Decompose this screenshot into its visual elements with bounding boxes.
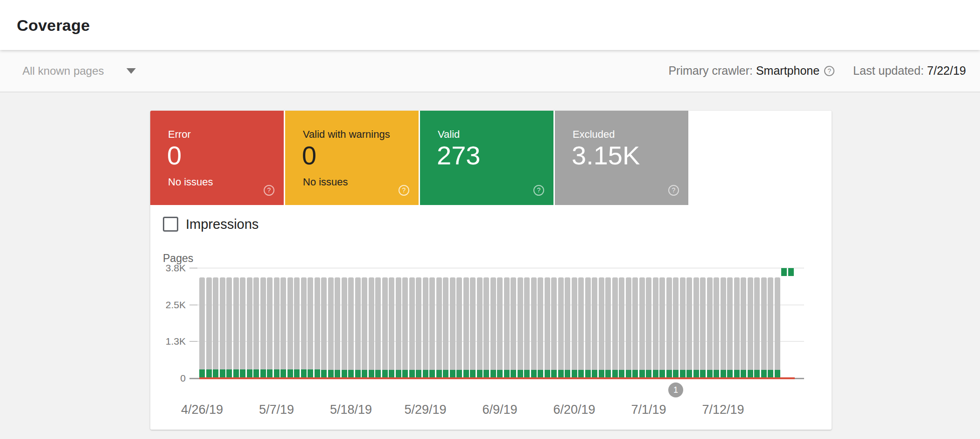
help-icon[interactable]: ? <box>264 185 274 196</box>
chart-bar[interactable] <box>213 277 218 378</box>
chart-bar[interactable] <box>646 277 651 378</box>
chart-bar[interactable] <box>754 277 760 378</box>
coverage-chart[interactable]: 01.3K2.5K3.8K4/26/195/7/195/18/195/29/19… <box>150 268 832 430</box>
chart-bar[interactable] <box>328 277 334 378</box>
chart-bar[interactable] <box>402 277 408 378</box>
chart-bar[interactable] <box>666 277 672 378</box>
chart-bar[interactable] <box>490 277 496 378</box>
chart-bar[interactable] <box>748 277 753 378</box>
chart-bar[interactable] <box>274 277 280 378</box>
chart-bar[interactable] <box>524 277 530 378</box>
chart-bar[interactable] <box>423 277 428 378</box>
status-box-valid-with-warnings[interactable]: Valid with warnings 0 No issues ? <box>285 111 419 205</box>
chart-bar[interactable] <box>551 277 557 378</box>
chart-bar[interactable] <box>362 277 367 378</box>
chart-bar[interactable] <box>626 277 631 378</box>
chart-bar[interactable] <box>721 277 726 378</box>
chart-bar[interactable] <box>206 277 212 378</box>
chart-bar[interactable] <box>538 277 543 378</box>
chart-bar[interactable] <box>558 277 564 378</box>
help-icon[interactable]: ? <box>824 66 834 76</box>
chart-bar[interactable] <box>714 277 719 378</box>
chart-bar[interactable] <box>531 277 537 378</box>
chart-bar[interactable] <box>348 277 354 378</box>
chart-bar[interactable] <box>396 277 401 378</box>
chart-bar[interactable] <box>280 277 286 378</box>
chart-bar[interactable] <box>578 277 584 378</box>
chart-bar[interactable] <box>287 277 293 378</box>
chart-bar[interactable] <box>518 277 523 378</box>
chart-bar[interactable] <box>781 268 787 276</box>
chart-bar[interactable] <box>450 277 455 378</box>
chart-bar[interactable] <box>199 277 205 378</box>
chart-bar[interactable] <box>375 277 381 378</box>
chart-bar[interactable] <box>619 277 624 378</box>
chart-bar[interactable] <box>734 277 740 378</box>
chart-bar[interactable] <box>260 277 266 378</box>
chart-bar[interactable] <box>226 277 232 378</box>
annotation-marker[interactable]: 1 <box>668 382 683 397</box>
chart-bar[interactable] <box>389 277 394 378</box>
chart-bar[interactable] <box>612 277 618 378</box>
chart-bar[interactable] <box>247 277 252 378</box>
page-filter-dropdown[interactable]: All known pages <box>22 50 136 92</box>
chart-bar[interactable] <box>456 277 462 378</box>
status-box-error[interactable]: Error 0 No issues ? <box>150 111 284 205</box>
chart-bar[interactable] <box>707 277 713 378</box>
chart-bar[interactable] <box>761 277 767 378</box>
chart-bar[interactable] <box>504 277 510 378</box>
chart-bar[interactable] <box>693 277 699 378</box>
chart-bar[interactable] <box>253 277 259 378</box>
chart-bar[interactable] <box>477 277 483 378</box>
status-box-excluded[interactable]: Excluded 3.15K ? <box>555 111 688 205</box>
chart-bar[interactable] <box>308 277 313 378</box>
chart-bar[interactable] <box>565 277 570 378</box>
impressions-toggle[interactable]: Impressions <box>163 216 259 233</box>
chart-bar[interactable] <box>599 277 604 378</box>
chart-bar[interactable] <box>511 277 516 378</box>
chart-bar[interactable] <box>321 277 327 378</box>
chart-bar[interactable] <box>335 277 340 378</box>
chart-bar[interactable] <box>700 277 706 378</box>
chart-bar[interactable] <box>301 277 307 378</box>
chart-bar[interactable] <box>741 277 746 378</box>
chart-bar[interactable] <box>429 277 435 378</box>
chart-bar[interactable] <box>416 277 421 378</box>
chart-bar[interactable] <box>497 277 503 378</box>
chart-bar[interactable] <box>605 277 611 378</box>
chart-bar[interactable] <box>240 277 245 378</box>
help-icon[interactable]: ? <box>399 185 409 196</box>
chart-bar[interactable] <box>233 277 239 378</box>
chart-bar[interactable] <box>267 277 273 378</box>
chart-bar[interactable] <box>315 277 320 378</box>
chart-bar[interactable] <box>369 277 374 378</box>
chart-bar[interactable] <box>768 277 773 378</box>
help-icon[interactable]: ? <box>668 185 679 196</box>
chart-bar[interactable] <box>639 277 645 378</box>
chart-bar[interactable] <box>483 277 489 378</box>
chart-bar[interactable] <box>673 277 679 378</box>
chart-bar[interactable] <box>545 277 550 378</box>
status-box-valid[interactable]: Valid 273 ? <box>420 111 553 205</box>
chart-bar[interactable] <box>727 277 733 378</box>
chart-bar[interactable] <box>788 268 794 276</box>
chart-bar[interactable] <box>775 277 780 378</box>
chart-bar[interactable] <box>443 277 448 378</box>
chart-bar[interactable] <box>294 277 300 378</box>
chart-bar[interactable] <box>653 277 658 378</box>
chart-bar[interactable] <box>220 277 225 378</box>
chart-bar[interactable] <box>382 277 388 378</box>
impressions-checkbox[interactable] <box>163 217 178 232</box>
chart-bar[interactable] <box>355 277 361 378</box>
chart-bar[interactable] <box>632 277 638 378</box>
chart-bar[interactable] <box>409 277 415 378</box>
chart-bar[interactable] <box>463 277 469 378</box>
help-icon[interactable]: ? <box>533 185 544 196</box>
chart-bar[interactable] <box>592 277 597 378</box>
chart-bar[interactable] <box>680 277 686 378</box>
chart-bar[interactable] <box>572 277 577 378</box>
chart-bar[interactable] <box>686 277 692 378</box>
chart-bar[interactable] <box>342 277 347 378</box>
chart-bar[interactable] <box>436 277 442 378</box>
chart-bar[interactable] <box>470 277 476 378</box>
